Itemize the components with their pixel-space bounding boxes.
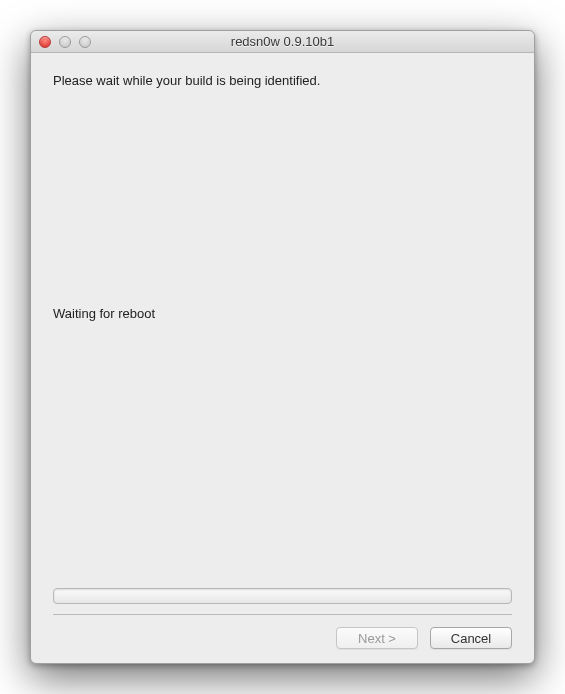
instruction-text: Please wait while your build is being id… (53, 73, 512, 88)
window-content: Please wait while your build is being id… (31, 53, 534, 663)
progress-bar (53, 588, 512, 604)
cancel-button[interactable]: Cancel (430, 627, 512, 649)
titlebar[interactable]: redsn0w 0.9.10b1 (31, 31, 534, 53)
zoom-icon (79, 36, 91, 48)
button-row: Next > Cancel (53, 627, 512, 649)
close-icon[interactable] (39, 36, 51, 48)
status-text: Waiting for reboot (53, 306, 512, 321)
window-title: redsn0w 0.9.10b1 (31, 34, 534, 49)
app-window: redsn0w 0.9.10b1 Please wait while your … (30, 30, 535, 664)
spacer (53, 94, 512, 306)
minimize-icon (59, 36, 71, 48)
divider (53, 614, 512, 615)
traffic-lights (39, 36, 91, 48)
spacer (53, 321, 512, 588)
next-button: Next > (336, 627, 418, 649)
